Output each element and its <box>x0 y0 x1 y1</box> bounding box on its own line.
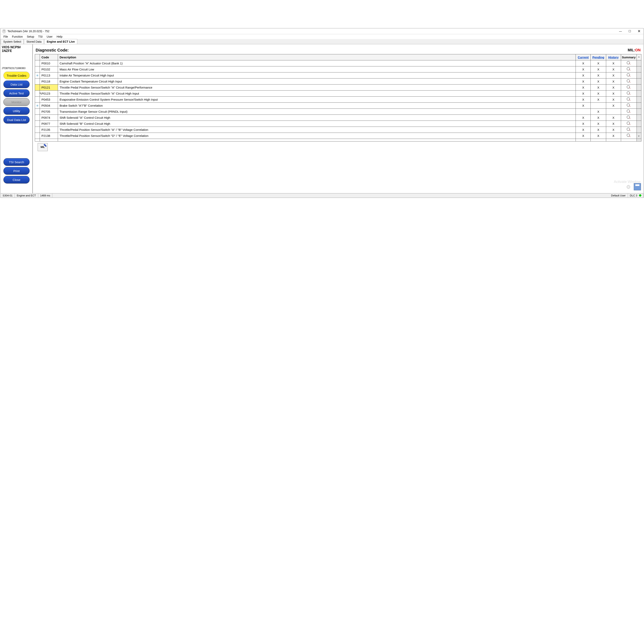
scroll-up-button[interactable]: ^ <box>637 54 641 60</box>
scrollbar-track[interactable] <box>637 121 641 127</box>
status-system: Engine and ECT <box>15 194 38 197</box>
menu-setup[interactable]: Setup <box>25 35 36 39</box>
scrollbar-track[interactable] <box>637 127 641 133</box>
dtc-summary-button[interactable] <box>621 60 637 66</box>
menu-file[interactable]: File <box>2 35 10 39</box>
scrollbar-track[interactable] <box>637 85 641 91</box>
utility-button[interactable]: Utility <box>3 107 30 115</box>
dtc-description: Engine Coolant Temperature Circuit High … <box>58 78 576 85</box>
diagnostic-title: Diagnostic Code: <box>36 48 69 53</box>
dtc-description: Mass Air Flow Circuit Low <box>58 66 576 72</box>
dtc-history: X <box>606 133 621 139</box>
menu-tsi[interactable]: TSI <box>37 35 44 39</box>
dtc-summary-button[interactable] <box>621 85 637 91</box>
trouble-codes-button[interactable]: Trouble Codes <box>3 72 30 79</box>
tab-stored-data[interactable]: Stored Data <box>24 39 44 44</box>
scrollbar-track[interactable] <box>637 109 641 115</box>
dtc-history: X <box>606 85 621 91</box>
magnify-icon <box>626 91 632 95</box>
col-summary[interactable]: Summary <box>621 54 637 60</box>
dtc-summary-button[interactable] <box>621 72 637 78</box>
table-row[interactable]: ❄P0504Brake Switch "A"/"B" CorrelationXX <box>35 103 641 109</box>
dtc-summary-button[interactable] <box>621 115 637 121</box>
statusbar: S304-01 Engine and ECT 1469 ms Default U… <box>1 193 643 198</box>
dtc-summary-button[interactable] <box>621 109 637 115</box>
table-row[interactable]: P2138Throttle/Pedal Position Sensor/Swit… <box>35 133 641 139</box>
menu-user[interactable]: User <box>45 35 54 39</box>
maximize-button[interactable]: ☐ <box>627 29 633 33</box>
scrollbar-track[interactable] <box>637 97 641 103</box>
vehicle-info: VIOS NCP9# 1NZFE <box>2 45 31 53</box>
freeze-frame-icon: ❄ <box>35 103 40 109</box>
scrollbar-track[interactable] <box>637 60 641 66</box>
dtc-summary-button[interactable] <box>621 91 637 97</box>
scrollbar-track[interactable] <box>637 78 641 85</box>
scroll-down-button[interactable]: v <box>637 133 641 139</box>
bottom-right-icons: ⚙ <box>626 183 641 190</box>
table-row[interactable]: P0102Mass Air Flow Circuit LowXXX <box>35 66 641 72</box>
tab-engine-ect-live[interactable]: Engine and ECT Live <box>44 39 77 44</box>
table-row[interactable]: P0121Throttle Pedal Position Sensor/Swit… <box>35 85 641 91</box>
table-row[interactable]: P0705Transmission Range Sensor Circuit (… <box>35 109 641 115</box>
dtc-current: X <box>576 66 591 72</box>
print-button[interactable]: Print <box>3 167 30 175</box>
dtc-table-wrap: ↖ Code Description Current Pending Histo… <box>35 54 641 141</box>
tsi-search-button[interactable]: TSI Search <box>3 158 30 166</box>
table-row[interactable]: P0118Engine Coolant Temperature Circuit … <box>35 78 641 85</box>
table-row[interactable]: P0123Throttle Pedal Position Sensor/Swit… <box>35 91 641 97</box>
col-history[interactable]: History <box>606 54 621 60</box>
table-row[interactable]: P2135Throttle/Pedal Position Sensor/Swit… <box>35 127 641 133</box>
scrollbar-track[interactable] <box>637 103 641 109</box>
minimize-button[interactable]: — <box>618 29 623 33</box>
table-row[interactable]: P0453Evaporative Emission Control System… <box>35 97 641 103</box>
dtc-description: Throttle/Pedal Position Sensor/Switch "A… <box>58 127 576 133</box>
dtc-description: Throttle Pedal Position Sensor/Switch "A… <box>58 85 576 91</box>
table-row[interactable]: P0010Camshaft Position "A" Actuator Circ… <box>35 60 641 66</box>
col-current[interactable]: Current <box>576 54 591 60</box>
scrollbar-track[interactable] <box>637 115 641 121</box>
data-list-button[interactable]: Data List <box>3 81 30 88</box>
dtc-summary-button[interactable] <box>621 127 637 133</box>
titlebar: T Techstream (Ver 16.20.023) - 752 — ☐ ✕ <box>1 28 643 34</box>
col-description[interactable]: Description <box>58 54 576 60</box>
dtc-summary-button[interactable] <box>621 78 637 85</box>
scrollbar-track[interactable] <box>637 66 641 72</box>
table-row[interactable]: P0977Shift Solenoid "B" Control Circuit … <box>35 121 641 127</box>
vehicle-model: VIOS NCP9# <box>2 45 31 49</box>
dtc-description: Throttle/Pedal Position Sensor/Switch "D… <box>58 133 576 139</box>
dtc-summary-button[interactable] <box>621 66 637 72</box>
dtc-summary-button[interactable] <box>621 121 637 127</box>
close-window-button[interactable]: ✕ <box>636 29 642 33</box>
dtc-summary-button[interactable] <box>621 97 637 103</box>
dtc-description: Evaporative Emission Control System Pres… <box>58 97 576 103</box>
scrollbar-track[interactable] <box>637 91 641 97</box>
menu-help[interactable]: Help <box>55 35 64 39</box>
dtc-history: X <box>606 97 621 103</box>
app-icon: T <box>2 29 6 33</box>
diagnostic-header: Diagnostic Code: MIL:ON <box>35 48 641 53</box>
dtc-summary-button[interactable] <box>621 133 637 139</box>
menu-function[interactable]: Function <box>10 35 25 39</box>
dtc-summary-button[interactable] <box>621 103 637 109</box>
close-button[interactable]: Close <box>3 176 30 184</box>
active-test-button[interactable]: Active Test <box>3 89 30 97</box>
tab-system-select[interactable]: System Select <box>1 39 24 44</box>
table-row[interactable]: P0974Shift Solenoid "A" Control Circuit … <box>35 115 641 121</box>
freeze-frame-icon: ❄ <box>35 72 40 78</box>
save-icon[interactable] <box>634 183 641 190</box>
col-code[interactable]: Code <box>40 54 58 60</box>
status-dlc: DLC 3 <box>628 194 643 197</box>
dtc-description: Throttle Pedal Position Sensor/Switch "A… <box>58 91 576 97</box>
gear-icon[interactable]: ⚙ <box>626 184 632 190</box>
dtc-code: P0121 <box>40 85 58 91</box>
clear-mil-button[interactable]: MIL <box>38 143 48 151</box>
dual-data-list-button[interactable]: Dual Data List <box>3 116 30 124</box>
scrollbar-track[interactable] <box>637 72 641 78</box>
freeze-frame-icon <box>35 121 40 127</box>
table-row[interactable]: ❄P0113Intake Air Temperature Circuit Hig… <box>35 72 641 78</box>
col-pending[interactable]: Pending <box>591 54 606 60</box>
window-title: Techstream (Ver 16.20.023) - 752 <box>7 30 618 33</box>
magnify-icon <box>626 133 632 138</box>
table-row-empty <box>35 139 641 141</box>
status-user: Default User <box>609 194 628 197</box>
